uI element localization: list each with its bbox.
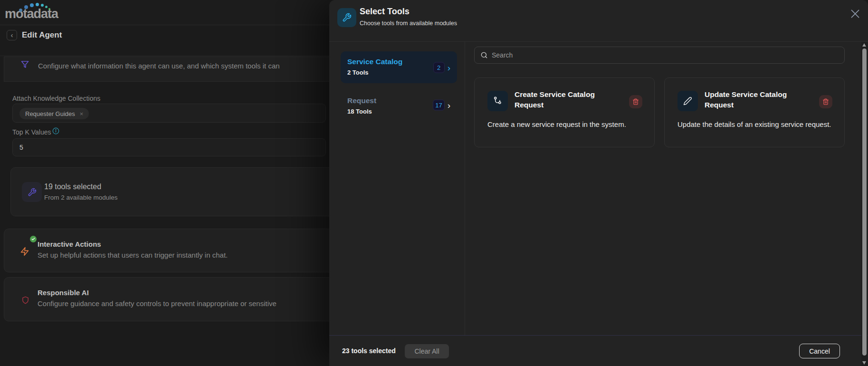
- modal-scrollbar[interactable]: [861, 42, 868, 366]
- modal-header: Select Tools Choose tools from available…: [329, 0, 868, 42]
- search-icon: [480, 51, 488, 59]
- back-button[interactable]: ‹: [7, 30, 17, 40]
- logo-dot: [19, 9, 22, 12]
- search-input[interactable]: [492, 51, 839, 59]
- logo-dot: [36, 3, 39, 6]
- wrench-icon: [22, 182, 42, 202]
- select-tools-modal: Select Tools Choose tools from available…: [329, 0, 868, 366]
- chevron-right-icon: ›: [448, 101, 450, 110]
- modal-title: Select Tools: [360, 7, 410, 17]
- knowledge-collections-field[interactable]: Requester Guides ×: [12, 104, 326, 123]
- logo-dot: [48, 8, 50, 10]
- interactive-actions-title: Interactive Actions: [38, 240, 101, 248]
- selected-count-badge: 17: [433, 100, 444, 111]
- logo-dot: [24, 5, 28, 9]
- info-icon: [52, 127, 59, 135]
- module-item-request[interactable]: Request 18 Tools 17 ›: [341, 90, 457, 120]
- scrollbar-up-arrow[interactable]: [862, 43, 866, 47]
- topk-field: [12, 138, 326, 156]
- cancel-button[interactable]: Cancel: [799, 344, 840, 358]
- close-icon[interactable]: [849, 8, 861, 20]
- module-item-service-catalog[interactable]: Service Catalog 2 Tools 2 ›: [341, 51, 457, 83]
- scrollbar-thumb[interactable]: [862, 48, 867, 356]
- tools-selected-count: 19 tools selected: [44, 183, 101, 191]
- responsible-ai-subtitle: Configure guidance and safety controls t…: [38, 299, 277, 308]
- pencil-icon: [677, 91, 698, 111]
- responsible-ai-title: Responsible AI: [38, 289, 89, 297]
- tool-search-box: [474, 47, 845, 64]
- tool-name: Create Service Catalog Request: [515, 89, 621, 110]
- delete-tool-icon[interactable]: [819, 95, 832, 108]
- modal-subtitle: Choose tools from available modules: [360, 20, 457, 27]
- scrollbar-down-arrow[interactable]: [862, 361, 866, 365]
- clear-all-button[interactable]: Clear All: [405, 344, 449, 358]
- screen: motadata ‹ Edit Agent Configure what inf…: [0, 0, 868, 366]
- tool-card-update-service-catalog-request[interactable]: Update Service Catalog Request Update th…: [664, 77, 845, 147]
- chip-remove-icon[interactable]: ×: [80, 110, 84, 117]
- knowledge-chip[interactable]: Requester Guides ×: [19, 108, 89, 119]
- lightning-icon: [20, 246, 29, 257]
- selected-count-badge: 2: [433, 62, 445, 73]
- tool-description: Create a new service request in the syst…: [487, 119, 647, 130]
- interactive-actions-subtitle: Set up helpful actions that users can tr…: [38, 251, 228, 259]
- chevron-right-icon: ›: [448, 63, 450, 72]
- topk-label: Top K Values: [12, 128, 51, 136]
- topk-input[interactable]: [13, 139, 325, 156]
- chip-label: Requester Guides: [25, 110, 75, 117]
- modal-footer: 23 tools selected Clear All Cancel: [329, 335, 868, 366]
- wrench-icon: [337, 8, 356, 27]
- logo-dot: [30, 3, 34, 7]
- sidebar-divider: [465, 42, 465, 335]
- tools-selected-subtitle: From 2 available modules: [44, 194, 118, 201]
- logo-dot: [45, 6, 48, 8]
- tool-name: Update Service Catalog Request: [705, 89, 811, 110]
- page-title: Edit Agent: [22, 30, 62, 40]
- delete-tool-icon[interactable]: [629, 95, 642, 108]
- tool-card-create-service-catalog-request[interactable]: Create Service Catalog Request Create a …: [474, 77, 655, 147]
- enabled-check-icon: [30, 236, 37, 242]
- logo-dot: [41, 4, 44, 7]
- workflow-icon: [487, 91, 508, 111]
- tool-description: Update the details of an existing servic…: [677, 119, 837, 130]
- funnel-icon: [21, 60, 29, 68]
- footer-selected-count: 23 tools selected: [342, 347, 396, 355]
- section-intro-text: Configure what information this agent ca…: [38, 62, 280, 70]
- attach-knowledge-label: Attach Knowledge Collections: [12, 95, 100, 102]
- shield-icon: [21, 295, 29, 305]
